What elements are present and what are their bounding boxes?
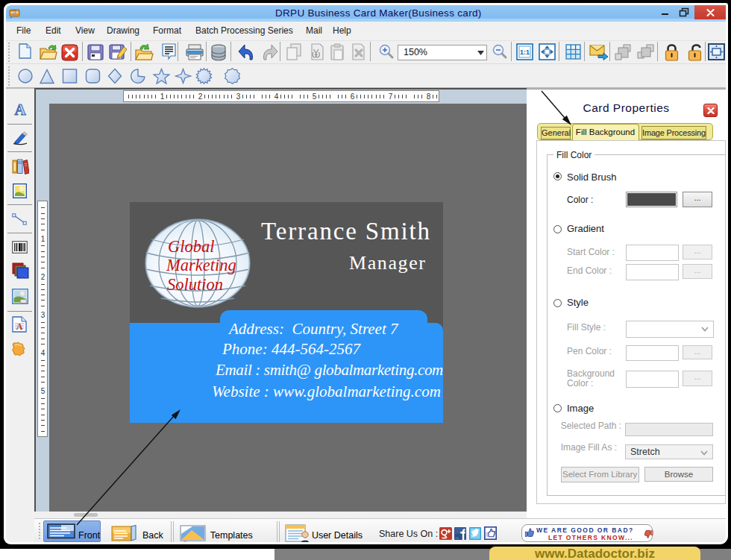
svg-text:Solution: Solution xyxy=(167,274,223,293)
svg-text:1:1: 1:1 xyxy=(520,48,530,56)
svg-text:Marketing: Marketing xyxy=(166,256,236,274)
svg-text:Global: Global xyxy=(168,236,215,255)
svg-text:A: A xyxy=(14,102,26,116)
svg-text:A: A xyxy=(16,321,23,332)
